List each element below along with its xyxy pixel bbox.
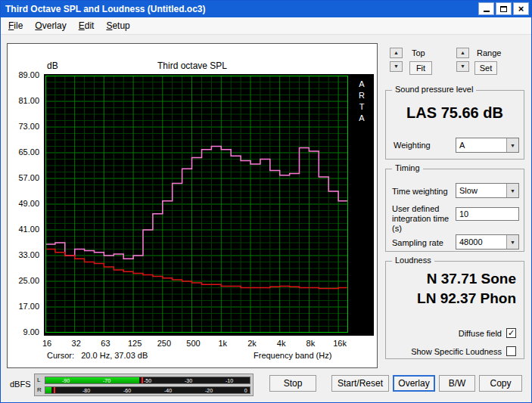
range-down-spinner[interactable]: ▼ <box>456 61 469 72</box>
meter-scale-label: -50 <box>144 377 151 384</box>
top-label: Top <box>412 48 425 57</box>
sampling-rate-value: 48000 <box>456 237 506 246</box>
y-axis-tick-label: 65.00 <box>18 147 39 157</box>
time-weighting-value: Slow <box>456 186 506 195</box>
menubar: File Overlay Edit Setup <box>1 17 531 35</box>
x-axis-tick-label: 2k <box>247 339 257 348</box>
dropdown-arrow-icon[interactable]: ▼ <box>506 138 518 152</box>
menu-file[interactable]: File <box>2 18 29 33</box>
x-axis-tick-label: 8k <box>306 339 316 348</box>
loudness-groupbox: Loudness N 37.71 Sone LN 92.37 Phon Diff… <box>385 261 524 359</box>
x-axis-tick-label: 500 <box>186 339 200 348</box>
meter-scale-label: -60 <box>123 387 131 394</box>
time-weighting-select[interactable]: Slow ▼ <box>456 183 519 198</box>
time-weighting-label: Time weighting <box>392 187 448 196</box>
overlay-button[interactable]: Overlay <box>393 375 435 392</box>
dropdown-arrow-icon[interactable]: ▼ <box>506 235 518 249</box>
dropdown-arrow-icon[interactable]: ▼ <box>506 184 518 197</box>
loudness-n-reading: N 37.71 Sone <box>427 271 516 287</box>
diffuse-field-checkbox[interactable]: ✓ <box>506 328 516 338</box>
integration-time-input[interactable]: 10 <box>456 207 519 221</box>
y-axis-tick-label: 49.00 <box>18 199 39 208</box>
up-arrow-icon: ▲ <box>460 50 465 55</box>
meter-scale-label: -30 <box>185 377 192 384</box>
copy-button[interactable]: Copy <box>479 375 522 392</box>
weighting-select[interactable]: A ▼ <box>456 138 519 153</box>
level-meter: L-90-70-50-30-10R-80-60-40-200 <box>34 374 254 396</box>
menu-setup[interactable]: Setup <box>100 18 135 33</box>
maximize-button[interactable] <box>496 2 512 15</box>
bw-button[interactable]: B/W <box>439 375 475 392</box>
x-axis-tick-label: 1k <box>218 339 227 348</box>
x-axis-tick-label: 16 <box>42 339 51 348</box>
integration-time-label: User defined integration time (s) <box>392 204 454 234</box>
x-axis-tick-label: 125 <box>128 339 142 348</box>
top-down-spinner[interactable]: ▼ <box>390 61 403 72</box>
down-arrow-icon: ▼ <box>394 64 399 69</box>
plot-area[interactable]: ARTA <box>44 74 374 336</box>
y-axis-tick-label: 73.00 <box>18 122 39 131</box>
y-axis-tick-label: 33.00 <box>18 250 39 259</box>
meter-scale-label: 0 <box>244 387 247 394</box>
y-axis-tick-label: 89.00 <box>18 70 39 79</box>
meter-bar: -80-60-40-200 <box>45 386 250 394</box>
meter-channel-L: L-90-70-50-30-10 <box>37 376 250 384</box>
x-axis-tick-label: 16k <box>333 339 347 348</box>
window-title: Third Octave SPL and Loudness (Untitled.… <box>5 4 205 14</box>
menu-edit[interactable]: Edit <box>73 18 101 33</box>
top-up-spinner[interactable]: ▲ <box>390 48 403 58</box>
start-reset-button[interactable]: Start/Reset <box>331 375 389 392</box>
y-axis-tick-label: 17.00 <box>18 302 39 311</box>
close-icon: × <box>518 5 524 14</box>
titlebar[interactable]: Third Octave SPL and Loudness (Untitled.… <box>1 1 531 17</box>
meter-peak-indicator <box>142 377 143 383</box>
loudness-ln-reading: LN 92.37 Phon <box>417 290 516 307</box>
menu-overlay[interactable]: Overlay <box>29 18 72 33</box>
x-axis-tick-label: 32 <box>72 339 81 348</box>
x-axis-tick-label: 4k <box>277 339 286 348</box>
meter-peak-indicator <box>54 387 55 393</box>
meter-scale-label: -80 <box>82 387 90 394</box>
down-arrow-icon: ▼ <box>460 64 465 69</box>
close-button[interactable]: × <box>513 2 529 15</box>
y-axis-tick-label: 9.00 <box>23 327 39 336</box>
weighting-label: Weighting <box>394 141 431 150</box>
minimize-button[interactable] <box>478 2 494 15</box>
meter-bar: -90-70-50-30-10 <box>45 377 250 384</box>
x-axis: 1632631252505001k2k4k8k16k <box>45 339 356 349</box>
weighting-value: A <box>456 141 506 150</box>
stop-button[interactable]: Stop <box>269 375 316 392</box>
specific-loudness-row: Show Specific Loudness <box>411 346 516 356</box>
y-axis-tick-label: 25.00 <box>18 276 39 285</box>
diffuse-field-label: Diffuse field <box>459 329 502 338</box>
diffuse-field-row: Diffuse field ✓ <box>459 328 516 338</box>
specific-loudness-checkbox[interactable] <box>506 346 516 356</box>
y-axis-tick-label: 81.00 <box>18 96 39 105</box>
y-axis-tick-label: 41.00 <box>18 225 39 234</box>
spl-groupbox: Sound pressure level LAS 75.66 dB Weight… <box>385 90 524 160</box>
meter-scale-label: -90 <box>62 377 70 384</box>
meter-scale-label: -40 <box>164 387 172 394</box>
arta-watermark: ARTA <box>356 79 367 124</box>
meter-fill <box>45 387 51 393</box>
integration-time-value: 10 <box>459 209 468 219</box>
meter-fill <box>45 377 139 383</box>
meter-channel-R: R-80-60-40-200 <box>37 386 250 394</box>
meter-scale-label: -70 <box>103 377 110 384</box>
meter-channel-label: R <box>37 386 45 393</box>
range-label: Range <box>477 48 501 57</box>
x-axis-title: Frequency band (Hz) <box>254 351 331 360</box>
spectrum-plot[interactable] <box>45 76 348 333</box>
y-axis: 89.0081.0073.0065.0057.0049.0041.0033.00… <box>9 76 41 333</box>
range-up-spinner[interactable]: ▲ <box>456 48 469 58</box>
specific-loudness-label: Show Specific Loudness <box>411 347 502 356</box>
x-axis-tick-label: 250 <box>157 339 171 348</box>
minimize-icon <box>484 6 490 12</box>
up-arrow-icon: ▲ <box>394 50 399 55</box>
caption-buttons: × <box>478 2 529 15</box>
fit-button[interactable]: Fit <box>409 61 432 75</box>
cursor-readout: Cursor: 20.0 Hz, 37.03 dB <box>47 351 148 360</box>
dbfs-label: dBFS <box>10 380 31 389</box>
sampling-rate-select[interactable]: 48000 ▼ <box>456 234 519 250</box>
set-button[interactable]: Set <box>474 61 497 75</box>
